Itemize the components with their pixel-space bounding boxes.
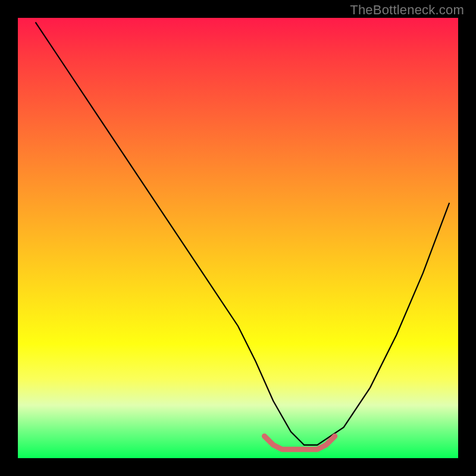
chart-frame: TheBottleneck.com <box>0 0 476 476</box>
plot-area <box>18 18 458 458</box>
curve-layer <box>18 18 458 458</box>
watermark-text: TheBottleneck.com <box>350 2 464 18</box>
optimal-band-path <box>264 436 334 449</box>
bottleneck-curve-path <box>36 22 450 444</box>
